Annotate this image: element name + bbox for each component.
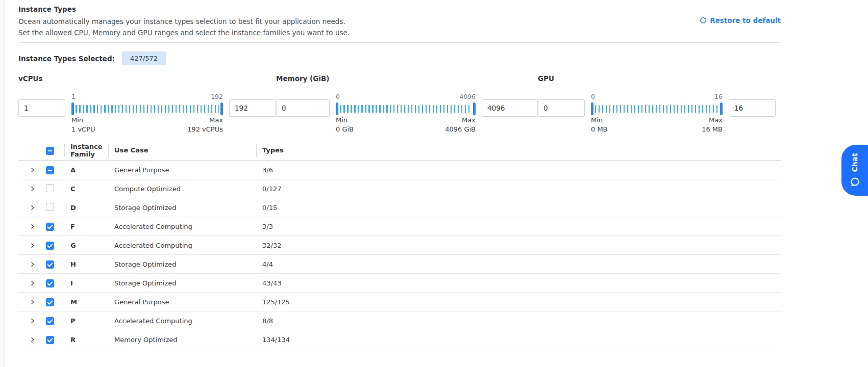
instance-family-value: D — [64, 204, 108, 212]
range-sliders-row: vCPUs 1 192 Min Max — [18, 74, 781, 133]
expand-chevron-icon[interactable] — [30, 261, 35, 267]
types-count-value: 32/32 — [256, 242, 781, 249]
memory-slider-track[interactable] — [336, 102, 476, 115]
chat-widget-tab[interactable]: Chat — [841, 145, 868, 196]
types-count-value: 43/43 — [256, 279, 781, 287]
gpu-min-handle[interactable] — [591, 102, 593, 115]
gpu-max-input[interactable] — [729, 99, 776, 117]
row-checkbox[interactable] — [46, 203, 54, 211]
instance-family-value: C — [64, 185, 108, 193]
instance-family-value: M — [64, 298, 108, 306]
memory-scale-labels: 0 4096 — [336, 93, 476, 100]
types-count-value: 0/127 — [256, 185, 781, 193]
gpu-title: GPU — [538, 74, 776, 83]
row-checkbox[interactable] — [46, 317, 54, 325]
vcpus-max-label: Max — [209, 116, 223, 124]
gpu-minmax-labels: Min Max — [591, 116, 723, 124]
memory-min-label: Min — [336, 116, 348, 124]
memory-max-input[interactable] — [482, 99, 538, 117]
table-row[interactable]: A General Purpose 3/6 — [18, 161, 781, 179]
table-row[interactable]: M General Purpose 125/125 — [18, 293, 781, 311]
memory-max-handle[interactable] — [473, 102, 476, 115]
instance-family-value: G — [64, 242, 108, 249]
row-checkbox[interactable] — [46, 260, 54, 269]
use-case-value: Compute Optimized — [108, 185, 256, 193]
selected-count-badge: 427/572 — [122, 51, 166, 65]
header-types: Types — [256, 146, 781, 154]
header-use-case: Use Case — [108, 146, 256, 154]
types-count-value: 0/15 — [256, 204, 781, 212]
expand-chevron-icon[interactable] — [30, 167, 35, 173]
section-header: Instance Types Ocean automatically manag… — [18, 5, 781, 38]
instance-family-value: F — [64, 223, 108, 230]
gpu-scale-max: 16 — [714, 93, 723, 100]
vcpus-max-sub: 192 vCPUs — [187, 125, 223, 133]
use-case-value: Storage Optimized — [108, 260, 256, 268]
gpu-scale-min: 0 — [591, 93, 595, 100]
use-case-value: Accelerated Computing — [108, 223, 256, 230]
instance-family-value: I — [64, 279, 108, 287]
vcpus-minmax-labels: Min Max — [71, 116, 223, 124]
restore-to-default-button[interactable]: Restore to default — [700, 16, 781, 24]
select-all-checkbox[interactable] — [46, 147, 54, 155]
use-case-value: General Purpose — [108, 166, 256, 174]
expand-chevron-icon[interactable] — [30, 337, 35, 343]
row-checkbox[interactable] — [46, 298, 54, 306]
row-checkbox[interactable] — [46, 242, 54, 250]
table-row[interactable]: P Accelerated Computing 8/8 — [18, 311, 781, 330]
gpu-min-input[interactable] — [538, 99, 585, 117]
vcpus-max-input[interactable] — [229, 99, 276, 117]
expand-chevron-icon[interactable] — [30, 186, 35, 192]
table-row[interactable]: H Storage Optimized 4/4 — [18, 255, 781, 274]
row-checkbox[interactable] — [46, 279, 54, 287]
gpu-sub-labels: 0 MB 16 MB — [591, 125, 723, 133]
vcpus-max-handle[interactable] — [220, 102, 223, 115]
table-row[interactable]: C Compute Optimized 0/127 — [18, 179, 781, 198]
expand-chevron-icon[interactable] — [30, 318, 35, 324]
gpu-slider-ticks[interactable] — [595, 105, 718, 113]
memory-minmax-labels: Min Max — [336, 116, 476, 124]
memory-min-input[interactable] — [276, 99, 330, 117]
instance-family-value: P — [64, 317, 108, 325]
expand-chevron-icon[interactable] — [30, 205, 35, 211]
vcpus-scale-labels: 1 192 — [71, 93, 223, 100]
gpu-min-label: Min — [591, 116, 603, 124]
row-checkbox[interactable] — [46, 336, 54, 344]
row-checkbox[interactable] — [46, 166, 54, 174]
instance-family-value: H — [64, 260, 108, 268]
gpu-slider-group: GPU 0 16 Min Max — [538, 74, 776, 133]
header-text-block: Instance Types Ocean automatically manag… — [18, 5, 350, 38]
table-row[interactable]: G Accelerated Computing 32/32 — [18, 236, 781, 255]
header-instance-family: Instance Family — [64, 143, 108, 158]
vcpus-min-input[interactable] — [18, 99, 65, 117]
table-row[interactable]: I Storage Optimized 43/43 — [18, 274, 781, 293]
expand-chevron-icon[interactable] — [30, 299, 35, 305]
panel-left-edge — [0, 0, 5, 367]
restore-to-default-label: Restore to default — [710, 16, 781, 24]
table-row[interactable]: D Storage Optimized 0/15 — [18, 198, 781, 217]
vcpus-slider-track[interactable] — [71, 102, 223, 115]
expand-chevron-icon[interactable] — [30, 280, 35, 286]
table-body: A General Purpose 3/6 C Compute Optimize… — [18, 161, 781, 349]
gpu-max-handle[interactable] — [720, 102, 723, 115]
gpu-slider-track[interactable] — [591, 102, 723, 115]
instance-types-panel: Instance Types Ocean automatically manag… — [18, 0, 781, 349]
types-count-value: 3/3 — [256, 223, 781, 230]
types-count-value: 125/125 — [256, 298, 781, 306]
table-row[interactable]: F Accelerated Computing 3/3 — [18, 217, 781, 236]
instance-types-selected-label: Instance Types Selected: — [18, 55, 115, 63]
vcpus-scale-min: 1 — [71, 93, 76, 100]
memory-min-handle[interactable] — [336, 102, 338, 115]
vcpus-title: vCPUs — [18, 74, 276, 83]
gpu-scale-labels: 0 16 — [591, 93, 723, 100]
vcpus-slider-ticks[interactable] — [76, 105, 219, 113]
expand-chevron-icon[interactable] — [30, 243, 35, 248]
expand-chevron-icon[interactable] — [30, 224, 35, 229]
row-checkbox[interactable] — [46, 223, 54, 231]
row-checkbox[interactable] — [46, 184, 54, 192]
table-header-row: Instance Family Use Case Types — [18, 140, 781, 161]
vcpus-min-handle[interactable] — [71, 102, 74, 115]
memory-slider-ticks[interactable] — [340, 105, 472, 113]
vcpus-sub-labels: 1 vCPU 192 vCPUs — [71, 125, 223, 133]
table-row[interactable]: R Memory Optimized 134/134 — [18, 330, 781, 349]
